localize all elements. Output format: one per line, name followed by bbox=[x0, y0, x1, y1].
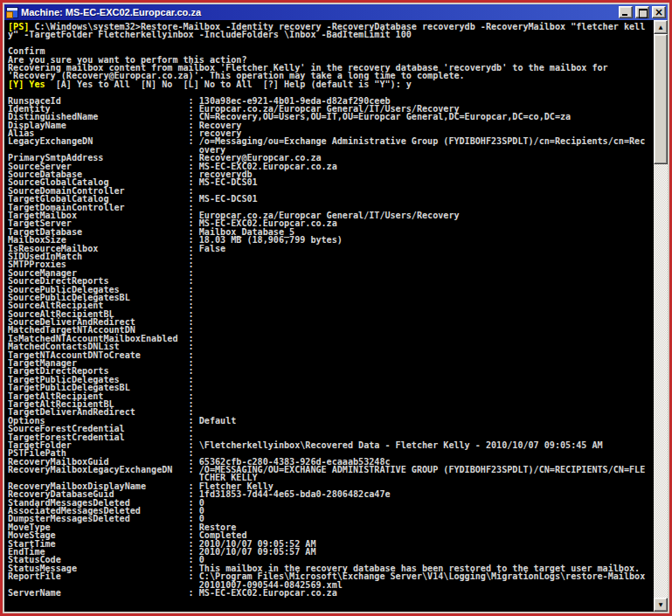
window-title: Machine: MS-EC-EXC02.Europcar.co.za bbox=[21, 4, 616, 20]
console-client-area: [PS] C:\Windows\system32>Restore-Mailbox… bbox=[4, 20, 668, 612]
window-frame: Machine: MS-EC-EXC02.Europcar.co.za [PS]… bbox=[0, 0, 672, 616]
console-line bbox=[8, 39, 654, 47]
scroll-up-button[interactable] bbox=[654, 20, 668, 34]
console-output: [PS] C:\Windows\system32>Restore-Mailbox… bbox=[4, 20, 654, 612]
vertical-scrollbar[interactable] bbox=[654, 20, 668, 612]
scrollbar-thumb[interactable] bbox=[654, 34, 668, 164]
console-line: ServerName : MS-EC-EXC02.Europcar.co.za bbox=[8, 589, 654, 597]
console-line: y" -TargetFolder Fletcherkellyinbox -Inc… bbox=[8, 31, 654, 38]
scroll-down-button[interactable] bbox=[654, 598, 668, 612]
console-window-icon[interactable] bbox=[6, 7, 18, 18]
minimize-button[interactable] bbox=[619, 6, 633, 18]
console-line: [Y] Yes [A] Yes to All [N] No [L] No to … bbox=[8, 80, 654, 88]
maximize-button[interactable] bbox=[635, 6, 649, 18]
close-button[interactable] bbox=[652, 6, 666, 18]
title-bar[interactable]: Machine: MS-EC-EXC02.Europcar.co.za bbox=[4, 4, 668, 20]
